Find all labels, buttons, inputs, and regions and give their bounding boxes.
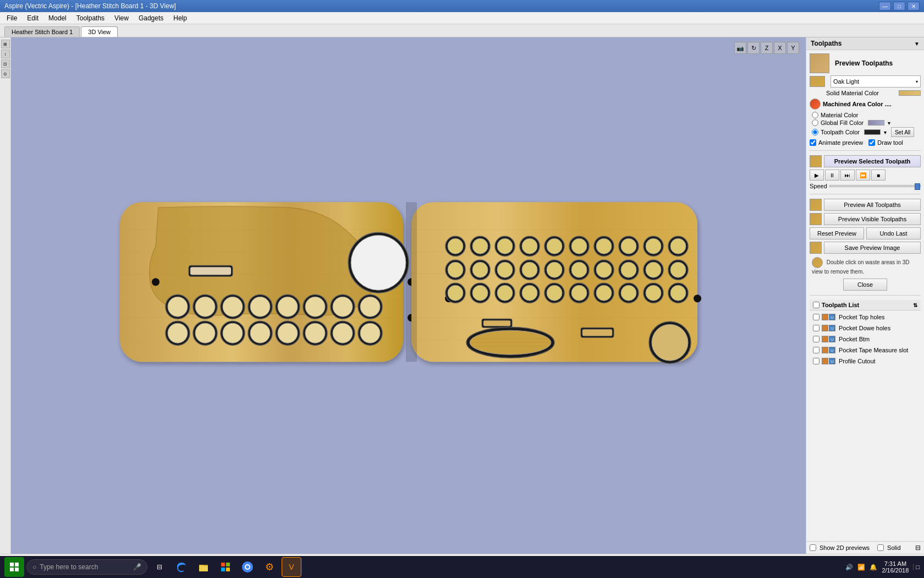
explorer-button[interactable] bbox=[194, 557, 213, 577]
close-button[interactable]: Close bbox=[843, 279, 887, 291]
close-window-button[interactable]: ✕ bbox=[908, 2, 920, 10]
tp5-type-icon bbox=[822, 358, 828, 364]
svg-point-85 bbox=[547, 262, 562, 277]
draw-tool-checkbox[interactable] bbox=[868, 139, 875, 146]
svg-point-89 bbox=[596, 262, 612, 277]
svg-point-18 bbox=[195, 297, 215, 317]
start-button[interactable] bbox=[4, 557, 24, 577]
tp1-label: Pocket Top holes bbox=[839, 314, 885, 320]
tp3-checkbox[interactable] bbox=[813, 336, 820, 342]
speaker-icon[interactable]: 🔊 bbox=[845, 564, 853, 571]
svg-point-22 bbox=[250, 297, 270, 317]
menu-help[interactable]: Help bbox=[169, 13, 191, 23]
show-desktop-icon[interactable]: □ bbox=[913, 564, 920, 570]
toolpath-dropdown-arrow[interactable]: ▾ bbox=[884, 129, 887, 135]
minimize-button[interactable]: — bbox=[879, 2, 891, 10]
app-button[interactable]: ⚙ bbox=[260, 557, 279, 577]
tp5-layer-icon: U bbox=[829, 358, 835, 364]
tab-3d-view[interactable]: 3D View bbox=[81, 26, 118, 37]
speed-slider[interactable] bbox=[829, 185, 921, 187]
panel-collapse-icon[interactable]: ▼ bbox=[914, 41, 920, 47]
sidebar-tool-1[interactable]: ⊞ bbox=[1, 40, 10, 48]
toolpath-list-sort-icon[interactable]: ⇅ bbox=[913, 302, 917, 308]
restore-button[interactable]: □ bbox=[893, 2, 905, 10]
reset-preview-button[interactable]: Reset Preview bbox=[810, 227, 864, 239]
set-all-button[interactable]: Set All bbox=[891, 127, 914, 137]
toolpath-item-3[interactable]: U Pocket Btm bbox=[810, 335, 921, 343]
menu-file[interactable]: File bbox=[2, 13, 21, 23]
notification-icon[interactable]: 🔔 bbox=[870, 564, 877, 571]
edge-button[interactable] bbox=[172, 557, 191, 577]
sidebar-tool-2[interactable]: ↕ bbox=[1, 50, 10, 58]
view-icon-x[interactable]: X bbox=[774, 42, 786, 54]
menu-edit[interactable]: Edit bbox=[23, 13, 43, 23]
main-layout: ⊞ ↕ ⊡ ⊙ 📷 ↻ Z X Y bbox=[0, 37, 924, 554]
menu-gadgets[interactable]: Gadgets bbox=[134, 13, 168, 23]
svg-point-126 bbox=[652, 324, 688, 361]
svg-point-95 bbox=[670, 262, 686, 277]
pause-button[interactable]: ⏸ bbox=[825, 170, 839, 181]
preview-icon bbox=[810, 53, 829, 73]
view-icon-rotate[interactable]: ↻ bbox=[747, 42, 760, 54]
tp2-checkbox[interactable] bbox=[813, 325, 820, 331]
svg-rect-131 bbox=[15, 568, 19, 571]
menu-model[interactable]: Model bbox=[44, 13, 71, 23]
toolpath-list-all-checkbox[interactable] bbox=[813, 302, 820, 308]
svg-point-75 bbox=[670, 238, 686, 254]
toolpath-item-2[interactable]: U Pocket Dowe holes bbox=[810, 324, 921, 332]
stop-button[interactable]: ■ bbox=[871, 170, 886, 181]
play-button[interactable]: ▶ bbox=[810, 170, 824, 181]
clock[interactable]: 7:31 AM 2/16/2018 bbox=[882, 560, 909, 574]
tab-heather-stitch[interactable]: Heather Stitch Board 1 bbox=[4, 26, 80, 37]
tp4-checkbox[interactable] bbox=[813, 347, 820, 353]
radio-toolpath[interactable] bbox=[812, 129, 818, 135]
tp2-label: Pocket Dowe holes bbox=[839, 325, 890, 331]
svg-point-38 bbox=[250, 323, 270, 343]
aspire-button[interactable]: V bbox=[282, 557, 301, 577]
svg-point-141 bbox=[246, 565, 249, 569]
tp1-checkbox[interactable] bbox=[813, 314, 820, 320]
view-icon-camera[interactable]: 📷 bbox=[734, 42, 746, 54]
task-view-button[interactable]: ⊟ bbox=[150, 557, 169, 577]
sidebar-tool-4[interactable]: ⊙ bbox=[1, 69, 10, 78]
view-icon-y[interactable]: Y bbox=[787, 42, 799, 54]
toolpath-item-4[interactable]: U Pocket Tape Measure slot bbox=[810, 346, 921, 355]
animate-preview-checkbox[interactable] bbox=[810, 139, 816, 146]
tp5-checkbox[interactable] bbox=[813, 358, 820, 364]
store-button[interactable] bbox=[216, 557, 235, 577]
svg-point-40 bbox=[278, 323, 298, 343]
toolpath-list-header: Toolpath List ⇅ bbox=[810, 300, 921, 310]
search-bar[interactable]: ○ Type here to search 🎤 bbox=[26, 559, 147, 575]
solid-checkbox[interactable] bbox=[877, 544, 884, 551]
radio-material[interactable] bbox=[812, 112, 818, 118]
toolpath-item-5[interactable]: U Profile Cutout bbox=[810, 357, 921, 366]
svg-point-46 bbox=[360, 323, 380, 343]
global-fill-swatch bbox=[868, 120, 884, 126]
svg-point-61 bbox=[497, 238, 513, 254]
fast-forward-button[interactable]: ⏩ bbox=[856, 170, 870, 181]
show-2d-checkbox[interactable] bbox=[810, 544, 816, 551]
undo-last-button[interactable]: Undo Last bbox=[866, 227, 921, 239]
menu-view[interactable]: View bbox=[110, 13, 133, 23]
preview-all-button[interactable]: Preview All Toolpaths bbox=[824, 199, 921, 211]
material-dropdown[interactable]: Oak Light ▾ bbox=[831, 75, 921, 88]
preview-selected-icon bbox=[810, 155, 822, 167]
radio-global-fill[interactable] bbox=[812, 119, 818, 126]
preview-selected-button[interactable]: Preview Selected Toolpath bbox=[824, 155, 921, 167]
menu-toolpaths[interactable]: Toolpaths bbox=[72, 13, 109, 23]
chrome-button[interactable] bbox=[238, 557, 257, 577]
network-icon[interactable]: 📶 bbox=[857, 564, 865, 571]
preview-visible-button[interactable]: Preview Visible Toolpaths bbox=[824, 213, 921, 225]
svg-point-115 bbox=[670, 285, 686, 301]
toolpath-item-1[interactable]: U Pocket Top holes bbox=[810, 313, 921, 321]
draw-tool-label: Draw tool bbox=[877, 139, 903, 146]
fill-dropdown-arrow[interactable]: ▾ bbox=[888, 120, 890, 126]
save-preview-image-button[interactable]: Save Preview Image bbox=[824, 242, 921, 254]
view-icon-z[interactable]: Z bbox=[761, 42, 773, 54]
skip-forward-button[interactable]: ⏭ bbox=[840, 170, 855, 181]
view-area[interactable]: 📷 ↻ Z X Y bbox=[11, 37, 806, 554]
svg-point-36 bbox=[223, 323, 243, 343]
radio-material-row: Material Color bbox=[812, 112, 921, 118]
sidebar-tool-3[interactable]: ⊡ bbox=[1, 59, 10, 68]
panel-content: Preview Toolpaths Oak Light ▾ Solid Mate… bbox=[806, 50, 924, 541]
